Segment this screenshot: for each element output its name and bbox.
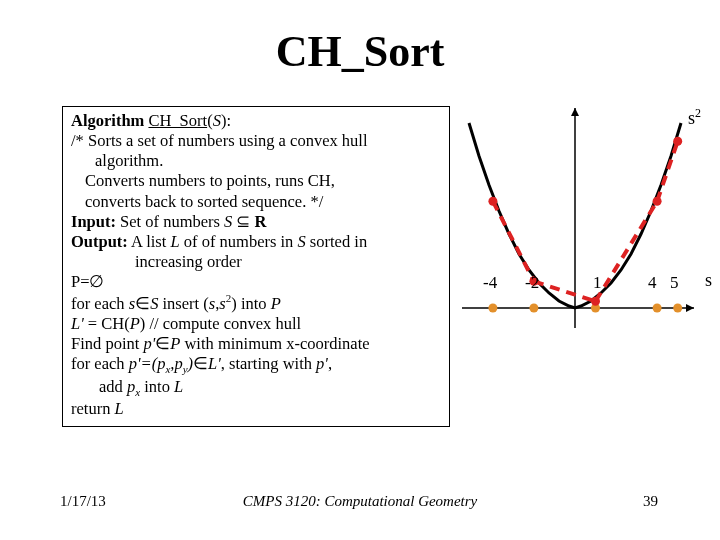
svg-line-3: [657, 141, 678, 201]
algo-line-13: for each p'=(px,py)∈L', starting with p'…: [71, 354, 441, 377]
algo-line-9: P=∅: [71, 272, 441, 292]
algo-line-6: Input: Set of numbers S ⊆ R: [71, 212, 441, 232]
tick-p1: 1: [593, 273, 602, 293]
svg-point-12: [653, 197, 662, 206]
tick-m2: -2: [525, 273, 539, 293]
algo-line-8: increasing order: [71, 252, 441, 272]
svg-point-4: [488, 304, 497, 313]
svg-line-1: [534, 281, 596, 301]
y-axis-label: s2: [688, 106, 701, 129]
algo-line-7: Output: A list L of of numbers in S sort…: [71, 232, 441, 252]
svg-point-9: [488, 197, 497, 206]
algo-line-2: /* Sorts a set of numbers using a convex…: [71, 131, 441, 151]
algo-line-1: Algorithm CH_Sort(S):: [71, 111, 441, 131]
arrow-up-icon: [571, 108, 579, 116]
footer-course: CMPS 3120: Computational Geometry: [0, 493, 720, 510]
algo-line-4: Converts numbers to points, runs CH,: [71, 171, 441, 191]
svg-point-13: [673, 137, 682, 146]
kw-algorithm: Algorithm: [71, 111, 144, 130]
algo-line-11: L' = CH(P) // compute convex hull: [71, 314, 441, 334]
algo-line-14: add px into L: [71, 377, 441, 400]
svg-point-7: [653, 304, 662, 313]
tick-p5: 5: [670, 273, 679, 293]
algo-line-10: for each s∈S insert (s,s2) into P: [71, 292, 441, 314]
tick-p4: 4: [648, 273, 657, 293]
svg-point-8: [673, 304, 682, 313]
svg-point-11: [591, 297, 600, 306]
page-title: CH_Sort: [0, 0, 720, 85]
algo-line-3: algorithm.: [71, 151, 441, 171]
arrow-right-icon: [686, 304, 694, 312]
algo-line-15: return L: [71, 399, 441, 419]
x-axis-label: s: [705, 270, 712, 291]
parabola-chart: [462, 108, 694, 328]
algo-line-12: Find point p'∈P with minimum x-coordinat…: [71, 334, 441, 354]
algorithm-box: Algorithm CH_Sort(S): /* Sorts a set of …: [62, 106, 450, 427]
svg-point-5: [529, 304, 538, 313]
slide: CH_Sort Algorithm CH_Sort(S): /* Sorts a…: [0, 0, 720, 540]
fn-name: CH_Sort: [148, 111, 207, 130]
algo-line-5: converts back to sorted sequence. */: [71, 192, 441, 212]
tick-m4: -4: [483, 273, 497, 293]
footer-page: 39: [643, 493, 658, 510]
